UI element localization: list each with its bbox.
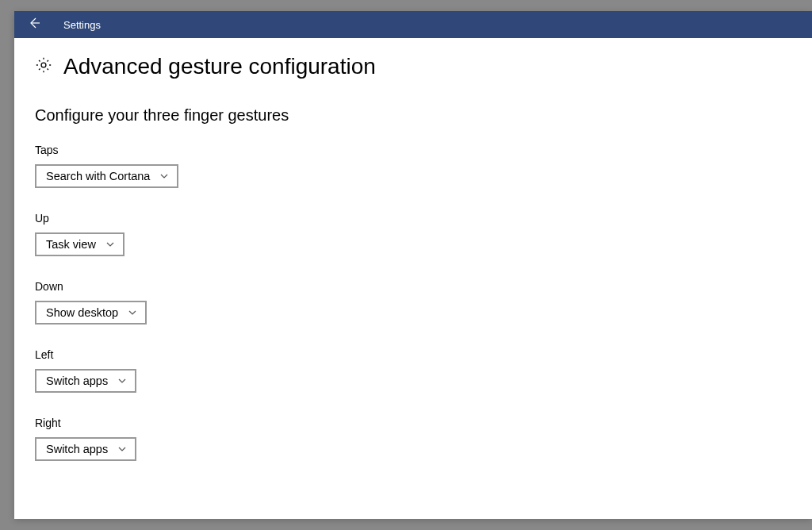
dropdown-left[interactable]: Switch apps bbox=[35, 369, 136, 393]
page-title: Advanced gesture configuration bbox=[63, 54, 376, 79]
field-right: Right Switch apps bbox=[35, 417, 791, 461]
dropdown-down[interactable]: Show desktop bbox=[35, 301, 147, 325]
dropdown-value: Show desktop bbox=[46, 306, 118, 319]
content-area: Advanced gesture configuration Configure… bbox=[14, 38, 812, 519]
dropdown-up[interactable]: Task view bbox=[35, 232, 124, 256]
field-left: Left Switch apps bbox=[35, 348, 791, 393]
field-up: Up Task view bbox=[35, 212, 791, 256]
back-arrow-icon bbox=[28, 17, 40, 33]
svg-point-0 bbox=[41, 63, 46, 67]
dropdown-value: Task view bbox=[46, 238, 96, 251]
section-title: Configure your three finger gestures bbox=[35, 106, 791, 125]
back-button[interactable] bbox=[14, 11, 54, 38]
field-down: Down Show desktop bbox=[35, 280, 791, 325]
dropdown-right[interactable]: Switch apps bbox=[35, 437, 136, 461]
page-header: Advanced gesture configuration bbox=[35, 54, 791, 79]
settings-window: Settings Advanced gesture configuration … bbox=[14, 11, 812, 519]
field-label-right: Right bbox=[35, 417, 791, 429]
dropdown-taps[interactable]: Search with Cortana bbox=[35, 164, 178, 188]
window-title: Settings bbox=[63, 19, 101, 31]
field-label-up: Up bbox=[35, 212, 791, 225]
dropdown-value: Search with Cortana bbox=[46, 170, 150, 182]
chevron-down-icon bbox=[117, 376, 127, 386]
field-label-left: Left bbox=[35, 348, 791, 361]
dropdown-value: Switch apps bbox=[46, 443, 108, 455]
gear-icon bbox=[35, 56, 52, 77]
field-label-down: Down bbox=[35, 280, 791, 293]
chevron-down-icon bbox=[105, 240, 115, 249]
dropdown-value: Switch apps bbox=[46, 374, 108, 387]
chevron-down-icon bbox=[128, 308, 137, 317]
chevron-down-icon bbox=[117, 444, 127, 454]
field-taps: Taps Search with Cortana bbox=[35, 144, 791, 188]
field-label-taps: Taps bbox=[35, 144, 791, 156]
chevron-down-icon bbox=[159, 171, 169, 181]
titlebar: Settings bbox=[14, 11, 812, 38]
